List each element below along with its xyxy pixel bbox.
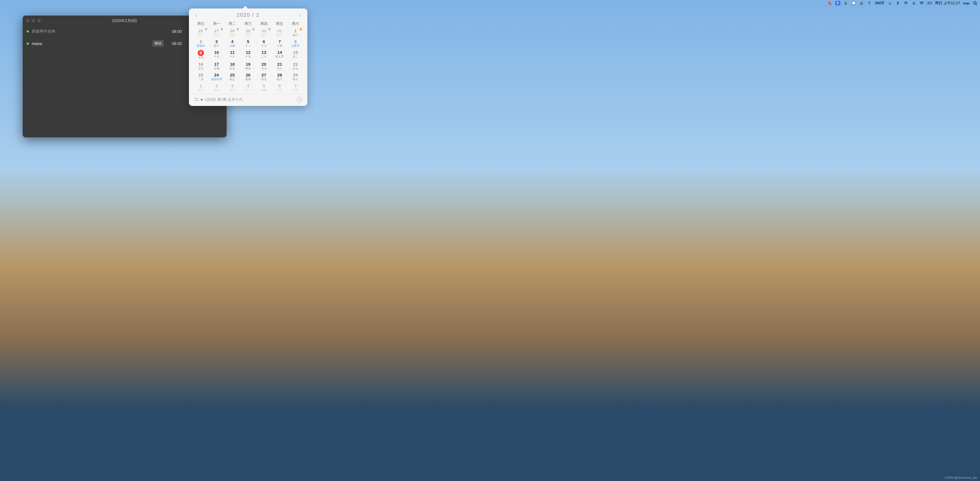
day-number: 22 xyxy=(288,62,303,67)
day-lunar: 初十 xyxy=(209,44,224,48)
spotlight-icon[interactable] xyxy=(973,0,978,6)
bookmark-icon[interactable]: 🔖 xyxy=(827,0,832,6)
text-icon[interactable]: T xyxy=(867,0,872,6)
weekday-label: 周三 xyxy=(240,21,256,26)
weekday-label: 周五 xyxy=(272,21,288,26)
calendar-day[interactable]: 27初三 xyxy=(209,27,224,38)
weekday-label: 周二 xyxy=(224,21,240,26)
calendar-day[interactable]: 28初六 xyxy=(272,72,288,83)
day-number: 21 xyxy=(272,62,288,67)
day-number: 3 xyxy=(209,39,224,44)
window-controls[interactable] xyxy=(26,19,41,22)
calendar-day[interactable]: 22廿九 xyxy=(288,61,303,72)
day-number: 5 xyxy=(240,39,256,44)
calendar-day[interactable]: 27初五 xyxy=(256,72,272,83)
event-color-dot xyxy=(27,43,29,45)
menubar-user[interactable]: mac xyxy=(963,1,970,5)
svg-rect-1 xyxy=(932,3,932,4)
menubar-calendar-icon[interactable]: 9 xyxy=(835,1,840,5)
calendar-day[interactable]: 17廿四 xyxy=(209,61,224,72)
day-lunar: 初七 xyxy=(288,78,303,81)
calendar-day[interactable]: 30初六 xyxy=(256,27,272,38)
day-lunar: 廿九 xyxy=(288,67,303,70)
calendar-day[interactable]: 1初八 xyxy=(193,83,209,93)
svg-point-7 xyxy=(197,100,198,101)
calendar-day[interactable]: 10十七 xyxy=(209,49,224,61)
calendar-day[interactable]: 1初八 xyxy=(288,27,303,38)
mic-icon[interactable]: 🎙 xyxy=(895,0,900,6)
calendar-day[interactable]: 11十八 xyxy=(224,49,240,61)
calendar-title: 2020 / 2 xyxy=(237,12,259,18)
calendar-day[interactable]: 16廿三 xyxy=(193,61,209,72)
calendar-day[interactable]: 23二月 xyxy=(193,72,209,83)
day-number: 10 xyxy=(209,50,224,55)
creative-cloud-icon[interactable]: ◎ xyxy=(859,0,864,6)
day-lunar: 十二 xyxy=(240,44,256,48)
calendar-day[interactable]: 14情人节 xyxy=(272,49,288,61)
calendar-day[interactable]: 29初五 xyxy=(240,27,256,38)
day-lunar: 初七 xyxy=(272,33,288,37)
calendar-day[interactable]: 8元宵节 xyxy=(288,38,303,49)
calendar-day[interactable]: 29初七 xyxy=(288,72,303,83)
calendar-day[interactable]: 5十二 xyxy=(240,38,256,49)
calendar-day[interactable]: 7十四 xyxy=(272,38,288,49)
day-lunar: 十八 xyxy=(224,55,240,58)
day-lunar: 初八 xyxy=(193,88,209,92)
day-lunar: 廿七 xyxy=(256,67,272,70)
calendar-day[interactable]: 31初七 xyxy=(272,27,288,38)
sogou-icon[interactable]: S xyxy=(911,0,916,6)
day-lunar: 十三 xyxy=(256,44,272,48)
battery-icon[interactable] xyxy=(927,0,932,6)
calendar-day[interactable]: 19雨水 xyxy=(240,61,256,72)
day-number: 15 xyxy=(288,50,303,55)
day-number: 13 xyxy=(256,50,272,55)
calendar-day[interactable]: 13二十 xyxy=(256,49,272,61)
calendar-day[interactable]: 2初九 xyxy=(209,83,224,93)
day-lunar: 初五 xyxy=(240,33,256,37)
calendar-day[interactable]: 24龙抬头节 xyxy=(209,72,224,83)
day-lunar: 初三 xyxy=(209,33,224,37)
day-lunar: 廿五 xyxy=(224,67,240,70)
svg-point-2 xyxy=(974,2,976,4)
s-icon[interactable]: S xyxy=(843,0,848,6)
calendar-day[interactable]: 3初十 xyxy=(224,83,240,93)
calendar-day[interactable]: 20廿七 xyxy=(256,61,272,72)
calendar-day[interactable]: 12十九 xyxy=(240,49,256,61)
calendar-day[interactable]: 21廿八 xyxy=(272,61,288,72)
calendar-day[interactable]: 7十四 xyxy=(288,83,303,93)
day-lunar: 初四 xyxy=(240,78,256,81)
menubar: 🔖 9 S 💬 ◎ T 368字 ☺ 🎙 中 S 周日 上午11:17 mac xyxy=(825,0,980,6)
settings-icon[interactable] xyxy=(194,98,199,102)
face-icon[interactable]: ☺ xyxy=(888,0,892,6)
day-marker-icon xyxy=(269,28,270,30)
calendar-day[interactable]: 4立春 xyxy=(224,38,240,49)
next-month-button[interactable]: › xyxy=(299,12,301,18)
close-button[interactable]: ✕ xyxy=(297,97,302,102)
word-count[interactable]: 368字 xyxy=(875,0,885,6)
menubar-date[interactable]: 周日 上午11:17 xyxy=(935,0,960,6)
day-number: 16 xyxy=(193,62,209,67)
ime-icon[interactable]: 中 xyxy=(903,0,908,6)
calendar-day[interactable]: 6十三 xyxy=(256,38,272,49)
event-name: macw xyxy=(32,41,150,46)
calendar-day[interactable]: 4十一 xyxy=(240,83,256,93)
calendar-day[interactable]: 2湿地日 xyxy=(193,38,209,49)
calendar-day[interactable]: 6十三 xyxy=(272,83,288,93)
calendar-day[interactable]: 5惊蛰 xyxy=(256,83,272,93)
calendar-day[interactable]: 26初二 xyxy=(193,27,209,38)
calendar-day[interactable]: 18廿五 xyxy=(224,61,240,72)
calendar-day[interactable]: 26初四 xyxy=(240,72,256,83)
calendar-day[interactable]: 3初十 xyxy=(209,38,224,49)
prev-month-button[interactable]: ‹ xyxy=(195,12,197,18)
day-number: 26 xyxy=(240,73,256,78)
day-lunar: 初二 xyxy=(193,33,209,37)
day-marker-icon xyxy=(300,28,302,30)
calendar-day[interactable]: 28初四 xyxy=(224,27,240,38)
wifi-icon[interactable] xyxy=(919,0,924,6)
calendar-day[interactable]: 9十六 xyxy=(193,49,209,61)
calendar-day[interactable]: 15廿二 xyxy=(288,49,303,61)
calendar-day[interactable]: 25初三 xyxy=(224,72,240,83)
chat-icon[interactable]: 💬 xyxy=(851,0,856,6)
day-marker-icon xyxy=(237,28,239,30)
event-tag[interactable]: 移动 xyxy=(153,40,164,47)
